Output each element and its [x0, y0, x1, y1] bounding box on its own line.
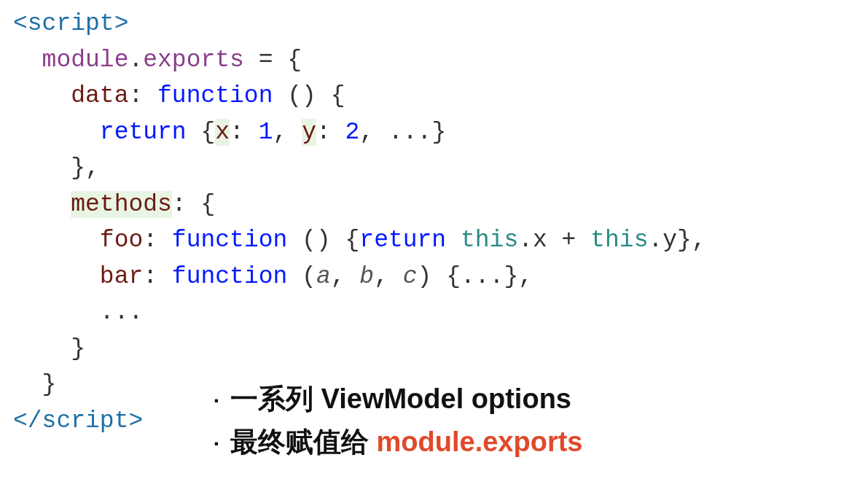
bullet-text-2: 最终赋值给 module.exports	[230, 421, 583, 464]
key-methods: methods	[71, 191, 172, 218]
key-data: data	[71, 82, 128, 109]
bullet-list: · 一系列 ViewModel options · 最终赋值给 module.e…	[203, 378, 583, 464]
kw-function: function	[157, 82, 273, 109]
tag-name-script: script	[28, 10, 114, 37]
bullet-dot-icon: ·	[203, 427, 230, 461]
param-c: c	[403, 263, 418, 290]
bullet-item-2: · 最终赋值给 module.exports	[203, 421, 583, 464]
bullet-text-2-prefix: 最终赋值给	[230, 426, 377, 457]
code-block: <script> module.exports = { data: functi…	[13, 6, 855, 439]
kw-this: this	[461, 227, 518, 254]
ellipsis: ...	[388, 119, 431, 146]
param-a: a	[316, 263, 331, 290]
bullet-text-2-highlight: module.exports	[377, 426, 583, 457]
obj-key-y: y	[302, 119, 316, 146]
kw-return: return	[100, 119, 187, 146]
ident-module: module	[42, 47, 129, 74]
obj-key-x: x	[215, 119, 230, 146]
key-bar: bar	[100, 263, 143, 290]
num-1: 1	[259, 119, 273, 146]
tag-open-angle: <	[13, 10, 28, 37]
bullet-text-1: 一系列 ViewModel options	[230, 378, 571, 421]
param-b: b	[359, 263, 374, 290]
ident-exports: exports	[143, 47, 244, 74]
bullet-dot-icon: ·	[203, 384, 230, 418]
bullet-item-1: · 一系列 ViewModel options	[203, 378, 583, 421]
key-foo: foo	[100, 227, 143, 254]
num-2: 2	[345, 119, 360, 146]
tag-close-angle: >	[114, 10, 129, 37]
